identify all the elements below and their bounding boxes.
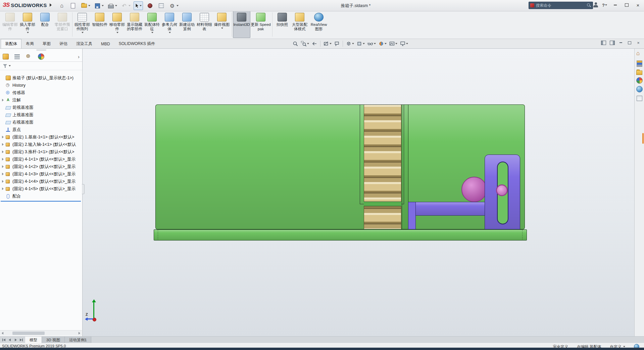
save-button[interactable] — [93, 2, 104, 10]
dynamic-annotation-icon[interactable] — [334, 40, 340, 47]
restore-button[interactable] — [622, 1, 631, 9]
tab-sketch[interactable]: 草图 — [38, 39, 55, 48]
chevron-right-icon[interactable]: › — [78, 54, 80, 59]
document-minimize-icon[interactable] — [618, 40, 624, 45]
view-orientation-icon[interactable] — [345, 40, 354, 47]
expand-arrow-icon[interactable] — [2, 150, 6, 153]
tree-item-component[interactable]: (固定) 4-1<1> (默认<<默认>_显示 — [0, 156, 82, 163]
document-restore-icon[interactable] — [627, 40, 633, 45]
linear-component-pattern-button[interactable]: 线性零部件阵列 — [73, 11, 91, 38]
sphere-icon[interactable] — [146, 2, 154, 10]
expand-arrow-icon[interactable] — [2, 99, 6, 101]
tree-item-top-plane[interactable]: 上视基准面 — [0, 111, 82, 119]
first-tab-icon[interactable] — [2, 338, 6, 342]
tab-motion-study-1[interactable]: 运动算例1 — [65, 337, 91, 343]
expand-arrow-icon[interactable] — [2, 165, 6, 168]
model-base-plate[interactable] — [154, 229, 527, 240]
tree-item-history[interactable]: History — [0, 82, 82, 89]
update-speedpak-button[interactable]: 更新 Speedpak — [250, 11, 271, 38]
undo-button[interactable] — [120, 2, 131, 10]
search-icon[interactable] — [587, 3, 591, 8]
tree-item-component[interactable]: (固定) 3.推杆-1<1> (默认<<默认> — [0, 148, 82, 156]
evaluate-grid-icon[interactable] — [157, 2, 165, 10]
configurationmanager-tab-icon[interactable] — [26, 53, 32, 59]
pane-right-icon[interactable] — [609, 40, 615, 45]
scene-icon[interactable] — [636, 86, 643, 92]
move-component-button[interactable]: 移动零部件 — [108, 11, 126, 38]
display-style-icon[interactable] — [356, 40, 365, 47]
tree-filter-bar[interactable] — [0, 62, 82, 70]
tree-item-sensors[interactable]: 传感器 — [0, 89, 82, 96]
insert-components-button[interactable]: 插入零部件 — [19, 11, 36, 38]
assembly-features-button[interactable]: 装配体特征 — [143, 11, 161, 38]
edit-appearance-icon[interactable] — [378, 40, 387, 47]
tree-item-mates[interactable]: 配合 — [0, 192, 82, 200]
edit-component-button[interactable]: 编辑零部件 — [1, 11, 19, 38]
options-button[interactable] — [168, 2, 179, 10]
scroll-right-icon[interactable] — [77, 331, 82, 336]
tab-solidworks-addins[interactable]: SOLIDWORKS 插件 — [114, 39, 160, 48]
bill-of-materials-button[interactable]: 材料明细表 — [196, 11, 213, 38]
tree-item-assembly-root[interactable]: 推箱子 (默认<默认_显示状态-1>) — [0, 74, 82, 82]
large-assembly-mode-button[interactable]: 大型装配体模式 — [291, 11, 308, 38]
zoom-to-fit-icon[interactable] — [292, 40, 299, 47]
show-hidden-components-button[interactable]: 显示隐藏的零部件 — [126, 11, 143, 38]
next-tab-icon[interactable] — [14, 338, 17, 342]
expand-arrow-icon[interactable] — [2, 180, 6, 183]
tree-item-component[interactable]: (固定) 2.输入轴-1<1> (默认<<默认 — [0, 141, 82, 148]
tree-item-component[interactable]: (固定) 4-1<5> (默认<<默认>_显示 — [0, 185, 82, 192]
help-button[interactable]: ? — [601, 3, 608, 8]
model-bracket-leg[interactable] — [408, 202, 416, 229]
tab-3d-views[interactable]: 3D 视图 — [42, 337, 65, 343]
custom-properties-icon[interactable] — [637, 96, 642, 101]
mate-button[interactable]: 配合 — [36, 11, 54, 38]
tree-item-component[interactable]: (固定) 4-1<3> (默认<<默认>_显示 — [0, 170, 82, 178]
expand-arrow-icon[interactable] — [2, 136, 6, 138]
design-library-icon[interactable] — [637, 60, 642, 67]
reference-geometry-button[interactable]: 参考几何体 — [161, 11, 178, 38]
hide-show-items-icon[interactable] — [367, 40, 376, 47]
section-view-icon[interactable] — [323, 40, 332, 47]
panel-splitter-handle[interactable] — [82, 184, 85, 194]
tab-assembly[interactable]: 装配体 — [1, 39, 21, 48]
model-pin[interactable] — [496, 184, 508, 196]
tree-item-annotations[interactable]: 注解 — [0, 96, 82, 104]
displaymanager-tab-icon[interactable] — [38, 53, 44, 60]
open-button[interactable] — [80, 2, 90, 10]
expand-arrow-icon[interactable] — [2, 187, 6, 190]
expand-arrow-icon[interactable] — [2, 173, 6, 175]
tree-item-right-plane[interactable]: 右视基准面 — [0, 119, 82, 126]
tree-item-origin[interactable]: 原点 — [0, 126, 82, 133]
new-motion-study-button[interactable]: 新建运动算例 — [178, 11, 196, 38]
expand-arrow-icon[interactable] — [2, 143, 6, 146]
featuremanager-tab-icon[interactable] — [3, 54, 9, 59]
tab-layout[interactable]: 布局 — [21, 39, 38, 48]
panel-collapse-handle[interactable] — [0, 48, 82, 51]
propertymanager-tab-icon[interactable] — [14, 54, 20, 59]
exploded-view-button[interactable]: 爆炸视图 — [213, 11, 231, 38]
document-close-icon[interactable]: × — [635, 40, 641, 45]
filter-dropdown-icon[interactable] — [9, 65, 11, 67]
appearances-icon[interactable] — [636, 77, 643, 84]
new-document-icon[interactable] — [69, 2, 77, 10]
home-icon[interactable] — [636, 51, 643, 57]
tab-mbd[interactable]: MBD — [97, 39, 114, 48]
take-snapshot-button[interactable]: 拍快照 — [274, 11, 291, 38]
close-button[interactable]: × — [633, 1, 643, 9]
zoom-to-area-icon[interactable] — [300, 40, 309, 47]
scrollbar-thumb[interactable] — [12, 332, 45, 335]
user-account-icon[interactable] — [593, 2, 599, 8]
rollback-bar[interactable] — [1, 201, 81, 202]
realview-graphics-button[interactable]: RealView 图形 — [308, 11, 329, 38]
print-button[interactable] — [107, 2, 117, 10]
scroll-left-icon[interactable] — [0, 331, 5, 336]
tree-item-component[interactable]: (固定) 1.基座-1<1> (默认<<默认> — [0, 133, 82, 141]
minimize-button[interactable] — [610, 1, 620, 9]
logo-flyout-icon[interactable] — [50, 3, 52, 7]
view-settings-icon[interactable] — [399, 40, 408, 47]
apply-scene-icon[interactable] — [389, 40, 398, 47]
tree-item-component[interactable]: (固定) 4-1<4> (默认<<默认>_显示 — [0, 178, 82, 185]
previous-tab-icon[interactable] — [8, 338, 11, 342]
tab-render-tools[interactable]: 渲染工具 — [72, 39, 97, 48]
component-preview-window-button[interactable]: 零部件预览窗口 — [54, 11, 71, 38]
